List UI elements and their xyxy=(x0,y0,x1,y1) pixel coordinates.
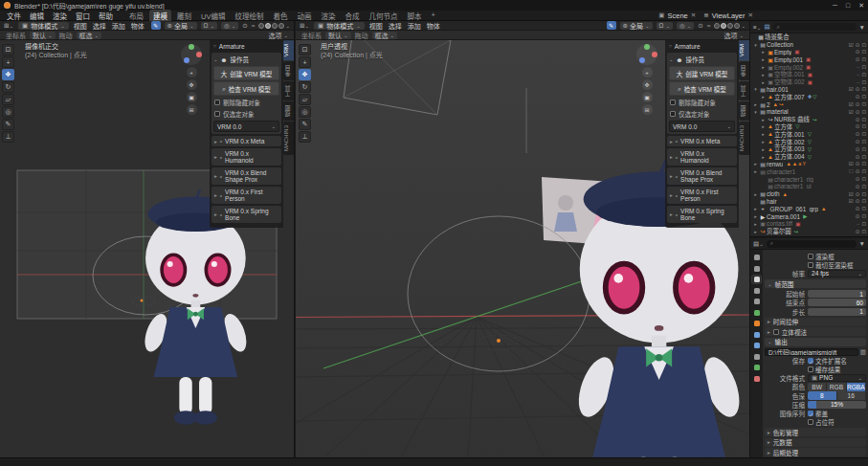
n-panel-tab-工具[interactable]: 工具 xyxy=(739,81,749,100)
vrm-version-dropdown[interactable]: VRM 0.0⌄ xyxy=(213,121,279,132)
proportional-edit-dropdown[interactable]: ◎⌄ xyxy=(221,22,238,30)
outliner-row[interactable]: ▸▲立方体.003▽⊙⊡ xyxy=(750,145,868,153)
n-panel-tab-工具[interactable]: 工具 xyxy=(283,81,294,100)
n-panel-tab-VRM[interactable]: VRM xyxy=(283,40,294,60)
outliner-row[interactable]: ▾▤hair.001☑⊙⊡ xyxy=(750,86,868,94)
hide-eye-icon[interactable]: ╌ xyxy=(857,72,859,78)
color-option-BW[interactable]: BW xyxy=(808,383,827,391)
hide-eye-icon[interactable]: ⊙ xyxy=(856,56,860,62)
workspace-tab-着色[interactable]: 着色 xyxy=(269,10,291,22)
workspace-tab-纹理绘制[interactable]: 纹理绘制 xyxy=(231,10,267,22)
modifier-tab[interactable] xyxy=(752,331,761,339)
render-camera-icon[interactable]: ⊡ xyxy=(861,146,866,152)
depth-option-16[interactable]: 16 xyxy=(837,391,867,400)
disclosure-icon[interactable]: ▸ xyxy=(760,56,767,62)
viewport-menu-选择[interactable]: 选择 xyxy=(93,21,106,31)
render-camera-icon[interactable]: ⊡ xyxy=(861,213,866,219)
frame-step-field[interactable]: 1 xyxy=(808,308,866,316)
panel-vrm-0-x-first-person[interactable]: ▸▫VRM 0.x First Person xyxy=(211,187,281,204)
tool-旋转[interactable]: ↻ xyxy=(2,81,14,93)
outliner-row[interactable]: ▤character1_ui⊙⊡ xyxy=(750,183,868,190)
overlays-toggle-icon[interactable]: ≈ xyxy=(252,22,256,29)
axis-gizmo[interactable] xyxy=(636,44,657,65)
camera-view-icon[interactable]: ▣ xyxy=(187,92,197,102)
render-camera-icon[interactable]: ⊡ xyxy=(861,94,866,100)
panel-vrm-0-x-blend-shape-prox[interactable]: ▸▫VRM 0.x Blend Shape Prox xyxy=(667,167,737,185)
rendered-shading-icon[interactable] xyxy=(734,23,740,29)
n-panel-tab-视图[interactable]: 视图 xyxy=(739,101,749,121)
panel-vrm-0-x-spring-bone[interactable]: ▸▫VRM 0.x Spring Bone xyxy=(211,206,281,223)
world-tab[interactable] xyxy=(752,309,761,317)
render-camera-icon[interactable]: ⊡ xyxy=(861,49,866,55)
workspace-tab-UV编辑[interactable]: UV编辑 xyxy=(197,10,229,22)
scene-selector[interactable]: ▣ Scene ✕ xyxy=(658,11,696,20)
workspace-tab-动画[interactable]: 动画 xyxy=(293,10,315,22)
render-camera-icon[interactable]: ⊡ xyxy=(861,168,866,174)
frame-end-field[interactable]: 60 xyxy=(808,299,866,306)
disclosure-icon[interactable]: ▸ xyxy=(760,64,767,70)
render-camera-icon[interactable]: ⊡ xyxy=(861,154,866,160)
solid-shading-icon[interactable] xyxy=(265,23,271,29)
exclude-checkbox[interactable]: ☑ xyxy=(849,161,854,166)
tool-缩放[interactable]: ▱ xyxy=(299,94,311,105)
outliner-row[interactable]: ▸▤renwu▲▲aY☑⊙⊡ xyxy=(750,161,868,168)
outliner-row[interactable]: ▸▤cloth▲☑⊙⊡ xyxy=(750,190,868,198)
hide-eye-icon[interactable]: ⊙ xyxy=(856,109,860,115)
create-vrm-model-button[interactable]: 大创建 VRM 模型 xyxy=(213,66,279,80)
menu-窗口[interactable]: 窗口 xyxy=(76,11,90,21)
n-panel-tab-MACHIN3[interactable]: MACHIN3 xyxy=(283,122,294,155)
scene-tab[interactable] xyxy=(752,298,761,305)
panel-vrm-0-x-humanoid[interactable]: ▸▫VRM 0.x Humanoid xyxy=(667,148,737,166)
stereoscopy-panel-header[interactable]: ▸立体视法 xyxy=(765,327,866,336)
render-camera-icon[interactable]: ⊡ xyxy=(861,229,866,234)
folder-icon[interactable]: ▥ xyxy=(860,348,866,356)
output-panel-header[interactable]: ⌄输出 xyxy=(765,338,866,346)
outliner-row[interactable]: ▤character1_rig⊙⊡ xyxy=(750,175,868,183)
disclosure-icon[interactable]: ▸ xyxy=(752,101,759,107)
frame-range-panel-header[interactable]: ⌄帧范围 xyxy=(765,279,866,288)
disclosure-icon[interactable]: ▸ xyxy=(752,206,759,211)
post-processing-panel-header[interactable]: ▸后期处理 xyxy=(765,448,866,456)
menu-帮助[interactable]: 帮助 xyxy=(99,11,113,21)
disclosure-icon[interactable]: ▾ xyxy=(752,109,759,115)
disclosure-icon[interactable]: ▸ xyxy=(760,79,767,85)
wireframe-shading-icon[interactable] xyxy=(714,23,720,29)
render-camera-icon[interactable]: ⊡ xyxy=(861,123,866,129)
disclosure-icon[interactable]: ▸ xyxy=(760,117,767,122)
hide-eye-icon[interactable]: ⊙ xyxy=(856,101,860,107)
disclosure-icon[interactable]: ▸ xyxy=(752,229,759,234)
tool-游标[interactable]: + xyxy=(2,56,14,68)
disclosure-icon[interactable]: ▸ xyxy=(760,72,767,78)
tool-变换[interactable]: ◎ xyxy=(299,106,311,118)
check-vrm-model-button[interactable]: ⌕检查 VRM 模型 xyxy=(669,81,735,96)
hide-eye-icon[interactable]: ╌ xyxy=(857,79,859,85)
active-tool-icon[interactable]: ✎ xyxy=(607,21,616,30)
disclosure-icon[interactable]: ▸ xyxy=(752,221,759,227)
material-shading-icon[interactable] xyxy=(272,23,278,29)
editor-type-icon[interactable]: ▤⌄ xyxy=(753,240,764,248)
placeholders-checkbox[interactable]: 占位符 xyxy=(808,417,866,427)
disclosure-icon[interactable]: ▾ xyxy=(752,86,759,92)
exclude-checkbox[interactable]: ☑ xyxy=(849,109,854,115)
tool-框选[interactable]: ⊡ xyxy=(299,44,311,55)
outliner-row[interactable]: ▸▲立方体.004▽⊙⊡ xyxy=(750,153,868,161)
viewport-menu-物体[interactable]: 物体 xyxy=(131,21,145,31)
close-button[interactable]: ✕ xyxy=(858,2,864,10)
create-vrm-model-button[interactable]: 大创建 VRM 模型 xyxy=(669,66,735,80)
render-camera-icon[interactable]: ⊡ xyxy=(861,161,866,166)
depth-option-8[interactable]: 8 xyxy=(808,391,837,400)
render-camera-icon[interactable]: ⊡ xyxy=(861,64,866,70)
disclosure-icon[interactable]: ▸ xyxy=(760,49,767,55)
orientation-value-dropdown[interactable]: 默认⌄ xyxy=(30,32,56,39)
tool-标注[interactable]: ✎ xyxy=(299,119,311,130)
render-camera-icon[interactable]: ⊡ xyxy=(861,117,866,122)
render-camera-icon[interactable]: ⊡ xyxy=(861,221,866,227)
viewport-menu-添加[interactable]: 添加 xyxy=(408,21,421,31)
scene-unlink-icon[interactable]: ✕ xyxy=(691,11,696,19)
exclude-checkbox[interactable]: ☑ xyxy=(849,101,854,107)
color-option-RGBA[interactable]: RGBA xyxy=(847,383,866,391)
exclude-hidden-checkbox[interactable]: 剔除隐藏对象 xyxy=(214,98,278,107)
hide-eye-icon[interactable]: ⊙ xyxy=(856,229,860,234)
particles-tab[interactable] xyxy=(752,353,761,361)
workspace-tab-合成[interactable]: 合成 xyxy=(341,10,363,22)
